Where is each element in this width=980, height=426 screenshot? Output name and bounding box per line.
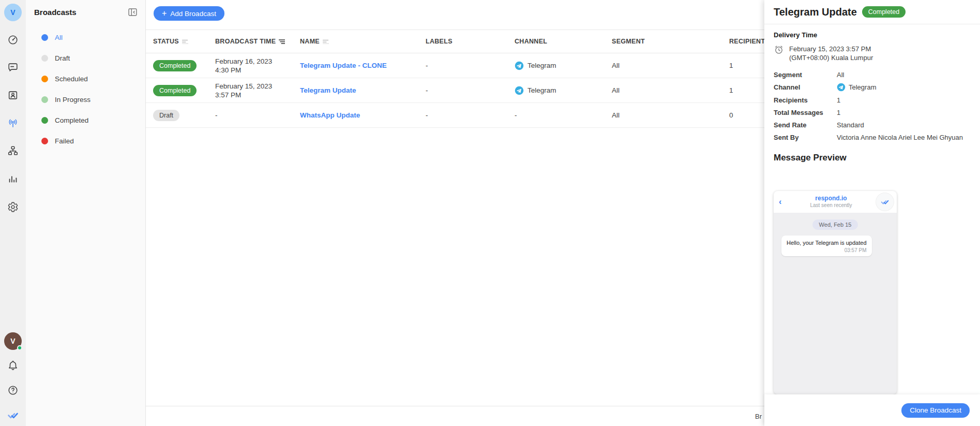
segment-cell: All (612, 86, 729, 94)
column-header-channel[interactable]: CHANNEL (515, 38, 612, 45)
notifications-bell-icon[interactable] (7, 360, 19, 371)
inbox-messages-icon[interactable] (7, 62, 19, 73)
user-avatar-initial: V (10, 337, 15, 345)
message-preview-heading: Message Preview (774, 153, 971, 163)
plus-icon: + (162, 9, 167, 18)
help-icon[interactable] (7, 385, 19, 396)
sidebar-item-draft[interactable]: Draft (26, 48, 145, 68)
status-badge: Completed (153, 60, 197, 71)
sidebar-item-failed[interactable]: Failed (26, 130, 145, 151)
telegram-icon (837, 83, 846, 92)
labels-cell: - (426, 111, 515, 119)
chat-presence-status: Last seen recently (786, 202, 876, 209)
panel-title: Telegram Update (774, 6, 857, 18)
sidebar-item-in-progress[interactable]: In Progress (26, 89, 145, 110)
delivery-time-value: February 15, 2023 3:57 PM (GMT+08:00) Ku… (789, 45, 873, 62)
column-header-labels[interactable]: LABELS (426, 38, 515, 45)
chat-body: Wed, Feb 15 Hello, your Telegram is upda… (774, 213, 897, 256)
status-dot-failed (41, 138, 48, 144)
delivery-time-label: Delivery Time (774, 31, 971, 39)
workflows-icon[interactable] (7, 145, 19, 156)
sidebar-item-all[interactable]: All (26, 27, 145, 48)
detail-row: Recipients 1 (774, 96, 971, 104)
column-header-broadcast-time[interactable]: BROADCAST TIME (215, 38, 300, 45)
detail-row: Total Messages 1 (774, 108, 971, 116)
status-badge: Completed (153, 85, 197, 96)
collapse-sidebar-icon[interactable] (127, 7, 138, 18)
sidebar-item-label: Completed (55, 116, 88, 124)
channel-value: Telegram (849, 83, 876, 91)
broadcast-time-cell: February 15, 20233:57 PM (215, 82, 300, 99)
broadcast-name-link[interactable]: WhatsApp Update (300, 111, 360, 119)
sidebar-item-label: Scheduled (55, 75, 88, 83)
status-dot-scheduled (41, 76, 48, 82)
status-filter-list: All Draft Scheduled In Progress Complete… (26, 27, 145, 151)
online-presence-dot (17, 345, 22, 350)
detail-row: Channel Telegram (774, 83, 971, 92)
chat-contact-header: respond.io Last seen recently (786, 195, 876, 209)
add-broadcast-label: Add Broadcast (170, 10, 216, 18)
detail-row: Send Rate Standard (774, 121, 971, 129)
add-broadcast-button[interactable]: + Add Broadcast (154, 6, 224, 21)
telegram-icon (515, 61, 524, 70)
channel-cell: Telegram (515, 86, 612, 95)
broadcast-name-link[interactable]: Telegram Update (300, 86, 356, 94)
panel-footer: Clone Broadcast (764, 394, 980, 426)
dashboard-icon[interactable] (7, 34, 19, 46)
column-header-segment[interactable]: SEGMENT (612, 38, 729, 45)
channel-label: Telegram (527, 62, 556, 69)
broadcasts-sidebar: Broadcasts All Draft Scheduled In Progre… (26, 0, 146, 426)
segment-cell: All (612, 111, 729, 119)
status-dot-in-progress (41, 96, 48, 103)
chat-contact-name: respond.io (786, 195, 876, 202)
status-dot-completed (41, 117, 48, 124)
respondio-logo-icon (7, 409, 19, 421)
broadcast-name-link[interactable]: Telegram Update - CLONE (300, 62, 387, 69)
chat-avatar (876, 193, 894, 211)
detail-row: Segment All (774, 70, 971, 79)
clone-broadcast-button[interactable]: Clone Broadcast (901, 403, 970, 418)
sidebar-item-scheduled[interactable]: Scheduled (26, 68, 145, 89)
telegram-icon (515, 86, 524, 95)
panel-status-badge: Completed (862, 6, 906, 18)
workspace-avatar[interactable]: V (4, 4, 22, 21)
contacts-icon[interactable] (7, 90, 19, 101)
message-text: Hello, your Telegram is updated (787, 240, 867, 246)
sort-icon (182, 39, 189, 45)
broadcast-details: Segment All Channel Telegram Recipients … (764, 62, 980, 141)
column-header-name[interactable]: NAME (300, 38, 426, 45)
column-header-status[interactable]: STATUS (153, 38, 215, 45)
broadcast-time-cell: February 16, 20234:30 PM (215, 57, 300, 75)
sidebar-title: Broadcasts (34, 8, 77, 17)
labels-cell: - (426, 86, 515, 94)
sidebar-item-completed[interactable]: Completed (26, 110, 145, 130)
sidebar-item-label: All (55, 34, 63, 41)
broadcasts-icon[interactable] (7, 117, 19, 129)
labels-cell: - (426, 62, 515, 69)
sidebar-item-label: Draft (55, 54, 70, 62)
status-badge: Draft (153, 110, 179, 121)
message-preview-phone: ‹ respond.io Last seen recently Wed, Feb… (774, 191, 897, 394)
user-avatar[interactable]: V (4, 332, 22, 350)
pagination-text: Br (755, 413, 762, 420)
reports-icon[interactable] (7, 174, 19, 185)
alarm-clock-icon (774, 45, 784, 55)
segment-cell: All (612, 62, 729, 69)
message-time: 03:57 PM (787, 247, 867, 253)
sort-icon-active (279, 39, 285, 45)
settings-gear-icon[interactable] (7, 201, 19, 213)
message-bubble: Hello, your Telegram is updated 03:57 PM (781, 236, 872, 256)
broadcast-time-cell: - (215, 111, 300, 119)
channel-cell: - (515, 111, 612, 119)
detail-row: Sent By Victoria Anne Nicola Ariel Lee M… (774, 133, 971, 141)
chat-date-chip: Wed, Feb 15 (812, 219, 858, 230)
status-dot-all (41, 34, 48, 41)
broadcast-detail-panel: Telegram Update Completed Delivery Time … (764, 0, 980, 426)
nav-rail: V (0, 0, 26, 426)
sidebar-item-label: In Progress (55, 96, 91, 104)
channel-label: Telegram (527, 86, 556, 94)
sidebar-item-label: Failed (55, 137, 74, 145)
respondio-logo-icon (880, 197, 889, 207)
channel-cell: Telegram (515, 61, 612, 70)
back-chevron-icon[interactable]: ‹ (779, 197, 786, 207)
